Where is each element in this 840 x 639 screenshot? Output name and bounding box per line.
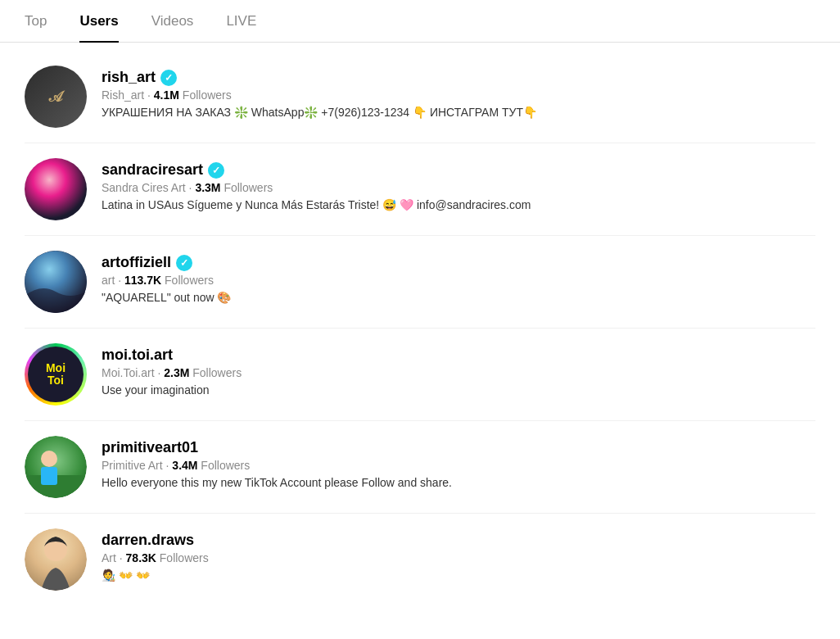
user-meta: Primitive Art · 3.4M Followers [102,459,815,472]
user-meta: Sandra Cires Art · 3.3M Followers [102,181,815,194]
username-row: sandraciresart [102,161,815,179]
list-item[interactable]: MoiToi moi.toi.art Moi.Toi.art · 2.3M Fo… [25,329,815,421]
avatar [25,528,87,591]
nav-tabs: Top Users Videos LIVE [0,0,840,43]
username: rish_art [102,69,156,86]
tab-users[interactable]: Users [79,0,118,43]
user-meta: Rish_art · 4.1M Followers [102,88,815,102]
user-bio: 🧑‍🎨 👐 👐 [102,568,815,584]
verified-badge [176,255,192,271]
user-info: artoffiziell art · 113.7K Followers "AQU… [102,251,815,306]
username: artoffiziell [102,254,171,271]
username: primitiveart01 [102,439,198,456]
avatar-image [25,251,87,313]
user-info: primitiveart01 Primitive Art · 3.4M Foll… [102,436,815,492]
user-bio: УКРАШЕНИЯ НА ЗАКАЗ ❇️ WhatsApp❇️ +7(926)… [102,105,815,121]
user-meta: art · 113.7K Followers [102,274,815,287]
user-bio: Latina in USAus Sígueme y Nunca Más Esta… [102,197,815,214]
avatar-image [25,528,87,591]
avatar [25,436,87,498]
username: moi.toi.art [102,347,173,364]
avatar [25,251,87,313]
username-row: artoffiziell [102,254,815,271]
user-info: rish_art Rish_art · 4.1M Followers УКРАШ… [102,66,815,121]
username: sandraciresart [102,161,203,179]
user-info: darren.draws Art · 78.3K Followers 🧑‍🎨 👐… [102,528,815,584]
avatar: MoiToi [25,343,87,406]
list-item[interactable]: primitiveart01 Primitive Art · 3.4M Foll… [25,421,815,514]
verified-badge [160,70,177,86]
username-row: darren.draws [102,532,815,549]
avatar [25,158,87,220]
username-row: primitiveart01 [102,439,815,456]
svg-rect-5 [41,467,57,485]
username: darren.draws [102,532,194,549]
user-bio: Hello everyone this my new TikTok Accoun… [102,475,815,492]
verified-badge [208,162,224,179]
user-meta: Moi.Toi.art · 2.3M Followers [102,366,815,379]
user-bio: Use your imagination [102,383,815,399]
list-item[interactable]: sandraciresart Sandra Cires Art · 3.3M F… [25,143,815,236]
tab-top[interactable]: Top [25,0,47,43]
list-item[interactable]: darren.draws Art · 78.3K Followers 🧑‍🎨 👐… [25,514,815,605]
tab-live[interactable]: LIVE [226,0,256,43]
user-bio: "AQUARELL" out now 🎨 [102,290,815,306]
user-info: sandraciresart Sandra Cires Art · 3.3M F… [102,158,815,214]
avatar: 𝒜 [25,66,87,128]
avatar-image [25,436,87,498]
username-row: moi.toi.art [102,347,815,364]
username-row: rish_art [102,69,815,86]
user-info: moi.toi.art Moi.Toi.art · 2.3M Followers… [102,343,815,399]
user-meta: Art · 78.3K Followers [102,551,815,564]
tab-videos[interactable]: Videos [151,0,194,43]
user-list: 𝒜 rish_art Rish_art · 4.1M Followers УКР… [0,43,840,614]
list-item[interactable]: 𝒜 rish_art Rish_art · 4.1M Followers УКР… [25,51,815,143]
list-item[interactable]: artoffiziell art · 113.7K Followers "AQU… [25,236,815,329]
svg-point-4 [41,451,57,467]
